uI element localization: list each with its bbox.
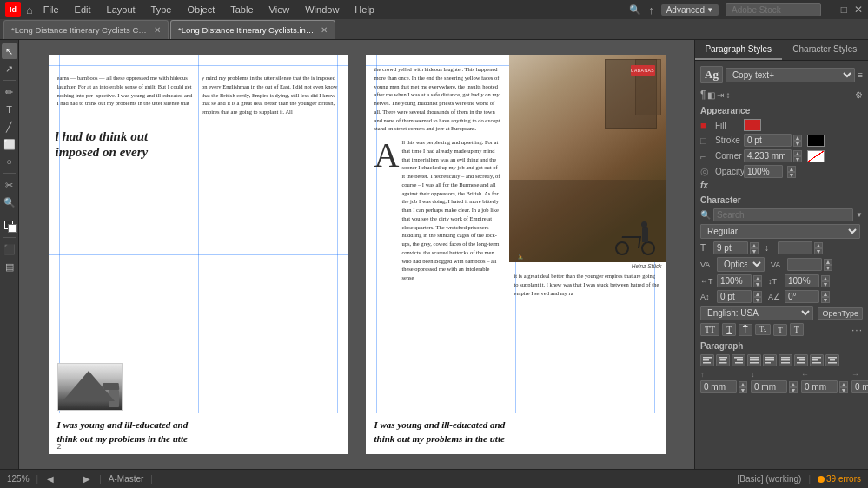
tool-type[interactable]: T: [2, 102, 17, 117]
settings-icon[interactable]: ⚙: [855, 90, 863, 100]
next-page-button[interactable]: ▶: [82, 473, 92, 485]
tracking-down[interactable]: ▼: [824, 265, 832, 271]
menu-layout[interactable]: Layout: [103, 3, 139, 16]
font-style-dropdown[interactable]: Regular: [700, 224, 860, 239]
stroke-down-btn[interactable]: ▼: [793, 141, 802, 147]
tool-normal-view[interactable]: ⬛: [2, 241, 17, 257]
menu-file[interactable]: File: [40, 3, 63, 16]
window-maximize-button[interactable]: □: [841, 3, 847, 16]
stroke-value-input[interactable]: [744, 134, 792, 147]
baseline-up[interactable]: ▲: [753, 291, 762, 297]
indent-left-down[interactable]: ▼: [839, 387, 848, 393]
indent-left-input[interactable]: [801, 380, 838, 393]
canvas-area[interactable]: l had to think out imposed on every earn…: [19, 40, 694, 469]
tool-pen[interactable]: ✏: [2, 84, 17, 100]
home-icon[interactable]: ⌂: [26, 3, 33, 16]
scale-v-input[interactable]: [785, 274, 819, 287]
leading-input[interactable]: [778, 241, 812, 254]
tab-0[interactable]: *Long Distance Itinerary Cyclists Cover.…: [3, 20, 169, 39]
tracking-input[interactable]: [787, 258, 822, 271]
menu-type[interactable]: Type: [148, 3, 176, 16]
spacing-before-up[interactable]: ▲: [739, 381, 747, 387]
tab-paragraph-styles[interactable]: Paragraph Styles: [695, 40, 782, 60]
font-search-input[interactable]: [713, 208, 853, 221]
errors-indicator[interactable]: 39 errors: [818, 474, 861, 484]
font-size-up[interactable]: ▲: [750, 242, 759, 248]
tool-line[interactable]: ╱: [2, 119, 17, 135]
menu-edit[interactable]: Edit: [71, 3, 95, 16]
tool-direct-select[interactable]: ↗: [2, 61, 17, 76]
scale-h-down[interactable]: ▼: [753, 281, 762, 287]
adobe-stock-search[interactable]: [726, 3, 821, 16]
corner-up-btn[interactable]: ▲: [793, 150, 802, 156]
tab-0-close[interactable]: ✕: [154, 25, 161, 35]
align-away-spine-btn[interactable]: [810, 354, 824, 366]
menu-help[interactable]: Help: [351, 3, 378, 16]
tracking-up[interactable]: ▲: [824, 259, 832, 265]
skew-up[interactable]: ▲: [821, 291, 830, 297]
align-towards-spine-btn[interactable]: [794, 354, 808, 366]
stroke-up-btn[interactable]: ▲: [793, 135, 802, 141]
baseline-down[interactable]: ▼: [753, 297, 762, 303]
skew-down[interactable]: ▼: [821, 297, 830, 303]
font-dropdown-arrow[interactable]: ▼: [856, 211, 863, 219]
menu-object[interactable]: Object: [183, 3, 218, 16]
advanced-mode-button[interactable]: Advanced ▼: [661, 4, 719, 16]
tt-btn-5[interactable]: T: [790, 323, 804, 336]
kerning-dropdown[interactable]: Optical: [717, 257, 765, 272]
stroke-color-swatch[interactable]: [807, 135, 825, 147]
font-size-input[interactable]: [713, 241, 748, 254]
tab-1[interactable]: *Long Distance Itinerary Cyclists.indd @…: [170, 20, 335, 39]
window-minimize-button[interactable]: –: [828, 3, 834, 16]
prev-page-button[interactable]: ◀: [45, 473, 56, 485]
font-size-down[interactable]: ▼: [750, 248, 759, 254]
scale-v-up[interactable]: ▲: [821, 275, 830, 281]
menu-view[interactable]: View: [266, 3, 294, 16]
opentype-button[interactable]: OpenType: [818, 307, 863, 320]
opacity-up-btn[interactable]: ▲: [787, 166, 796, 172]
scale-h-input[interactable]: [717, 274, 752, 287]
tool-scissors[interactable]: ✂: [2, 177, 17, 193]
leading-down[interactable]: ▼: [814, 248, 823, 254]
tt-btn-0[interactable]: TT: [700, 323, 719, 336]
indent-right-input[interactable]: [851, 380, 868, 393]
align-justify-all-btn[interactable]: [779, 354, 792, 366]
tt-btn-4[interactable]: T: [773, 324, 787, 336]
spacing-after-up[interactable]: ▲: [789, 381, 798, 387]
fill-color-swatch[interactable]: [744, 119, 761, 131]
style-dropdown-more[interactable]: ≡: [858, 69, 863, 80]
scale-v-down[interactable]: ▼: [821, 281, 830, 287]
window-close-button[interactable]: ✕: [854, 3, 863, 16]
tool-zoom[interactable]: 🔍: [2, 195, 17, 210]
corner-down-btn[interactable]: ▼: [793, 156, 802, 162]
spacing-before-down[interactable]: ▼: [739, 387, 747, 393]
corner-value-input[interactable]: [744, 149, 792, 162]
language-dropdown[interactable]: English: USA: [700, 306, 813, 320]
align-balance-btn[interactable]: [825, 354, 839, 366]
align-left-btn[interactable]: [700, 354, 714, 366]
baseline-input[interactable]: [717, 290, 752, 303]
tool-rectangle[interactable]: ⬜: [2, 136, 17, 152]
align-center-btn[interactable]: [716, 354, 730, 366]
fx-label[interactable]: fx: [700, 181, 708, 190]
tt-btn-2[interactable]: T̃: [739, 324, 752, 336]
align-justify-btn[interactable]: [747, 354, 761, 366]
skew-input[interactable]: [785, 290, 819, 303]
tool-ellipse[interactable]: ○: [2, 154, 17, 169]
leading-up[interactable]: ▲: [814, 242, 823, 248]
corner-style-swatch[interactable]: [807, 150, 825, 162]
tt-btn-1[interactable]: T: [722, 323, 736, 336]
align-right-btn[interactable]: [732, 354, 745, 366]
page-number-input[interactable]: [63, 474, 75, 484]
tool-fill-stroke[interactable]: [2, 218, 17, 234]
menu-table[interactable]: Table: [227, 3, 256, 16]
tool-select[interactable]: ↖: [2, 43, 17, 59]
indent-left-up[interactable]: ▲: [839, 381, 848, 387]
opacity-down-btn[interactable]: ▼: [787, 172, 796, 178]
spacing-after-input[interactable]: [751, 380, 787, 393]
tab-character-styles[interactable]: Character Styles: [782, 40, 869, 60]
spacing-after-down[interactable]: ▼: [789, 387, 798, 393]
tt-btn-3[interactable]: T₁: [755, 324, 771, 335]
tool-preview[interactable]: ▤: [2, 259, 17, 274]
menu-window[interactable]: Window: [301, 3, 342, 16]
